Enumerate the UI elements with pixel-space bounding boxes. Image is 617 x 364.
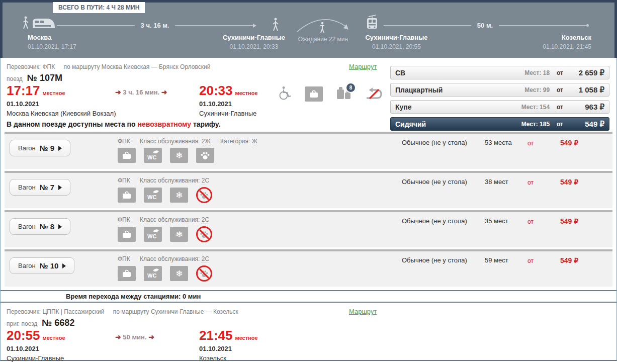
expand-arrow-icon: [58, 146, 62, 151]
wagon-10-icons: WC ❄: [118, 265, 212, 282]
stop-kozelsk: Козельск 01.10.2021, 21:45: [511, 34, 591, 50]
wagon-8-info-line: ФПК Класс обслуживания: 2С: [118, 216, 209, 223]
leg2-end-dot-icon: [586, 24, 589, 27]
wagon-8-button[interactable]: Вагон № 8: [10, 218, 70, 235]
air-conditioning-icon: ❄: [170, 188, 188, 203]
stop-name: Сухиничи-Главные: [358, 34, 435, 41]
wagon-row-9: Вагон № 9 ФПК Класс обслуживания: 2Ж Кат…: [5, 132, 612, 169]
departure-date: 01.10.2021: [7, 100, 116, 108]
svg-text:WC: WC: [147, 233, 156, 239]
wagon-7-icons: WC ❄: [118, 187, 212, 203]
train-number-value: № 107М: [27, 73, 62, 83]
leg1-duration-label: 3 ч. 16 м.: [135, 22, 175, 29]
seat-count: 38 мест: [485, 178, 508, 186]
fare-seats: Мест: 99: [524, 86, 550, 94]
seat-type-label: Обычное (не у стола): [402, 139, 467, 146]
route-summary-header: ВСЕГО В ПУТИ: 4 Ч 28 МИН 3 ч. 16 м. Ожид…: [0, 0, 617, 58]
wc-icon: WC: [144, 188, 162, 203]
wagon-price: 549 ₽: [560, 178, 578, 186]
transfer-time-note: Время перехода между станциями: 0 мин: [1, 290, 616, 303]
wagon-row-7: Вагон № 7 ФПК Класс обслуживания: 2С WC …: [5, 171, 612, 208]
arrival-date: 01.10.2021: [199, 100, 258, 108]
departure-station: Сухиничи-Главные: [7, 354, 65, 362]
svg-text:WC: WC: [147, 154, 156, 160]
wagon-10-button[interactable]: Вагон № 10: [10, 257, 74, 274]
from-label: от: [527, 218, 534, 225]
no-pets-icon: [196, 265, 212, 282]
carrier-name: Перевозчик: ФПК: [7, 63, 55, 70]
stop-sukhinichi-arrival: Сухиничи-Главные 01.10.2021, 20:33: [204, 34, 304, 50]
no-pets-icon: [196, 187, 212, 203]
wagon-8-icons: WC ❄: [118, 226, 212, 242]
train1-route-link[interactable]: Маршрут: [349, 63, 377, 70]
arrival-station: Козельск: [199, 354, 258, 362]
from-label: от: [527, 140, 534, 147]
service-class-term[interactable]: 2Ж: [202, 138, 211, 145]
departure-time: 20:55: [7, 329, 40, 342]
arrival-station: Сухиничи-Главные: [199, 110, 258, 117]
seat-count: 59 мест: [485, 256, 508, 264]
wc-icon: WC: [144, 148, 162, 163]
arrival-time: 21:45: [199, 329, 233, 342]
train2-arrival: 21:45 местное 01.10.2021 Козельск: [199, 329, 258, 362]
pets-allowed-icon: [196, 148, 214, 163]
air-conditioning-icon: ❄: [170, 227, 188, 242]
seat-type-label: Обычное (не у стола): [402, 217, 467, 225]
air-conditioning-icon: ❄: [170, 148, 188, 163]
arrival-tz: местное: [235, 335, 258, 341]
stop-datetime: 01.10.2021, 20:55: [358, 43, 435, 50]
svg-text:WC: WC: [147, 272, 156, 279]
carrier-route: по маршруту Сухиничи-Главные — Козельск: [113, 308, 238, 315]
leg2-duration-label: 50 м.: [471, 22, 499, 29]
fare-seats: Мест: 18: [524, 69, 550, 76]
fare-price: 2 659 ₽: [569, 68, 604, 77]
luggage-count-badge: 8: [345, 82, 356, 93]
non-refundable-icon: [365, 87, 383, 101]
wagon-price: 549 ₽: [560, 139, 578, 147]
fare-from-label: от: [557, 121, 563, 128]
waiting-person-icon: [319, 22, 325, 36]
train1-amenities: 8: [279, 86, 383, 102]
wagon-price: 549 ₽: [560, 217, 578, 225]
fare-from-label: от: [557, 69, 563, 76]
stop-moscow: Москва 01.10.2021, 17:17: [28, 34, 76, 50]
fare-row-kupe[interactable]: Купе Мест: 154 от 963 ₽: [390, 100, 609, 114]
train2-departure: 20:55 местное 01.10.2021 Сухиничи-Главны…: [7, 329, 65, 362]
seat-type-label: Обычное (не у стола): [402, 178, 467, 186]
carrier-name: Перевозчик: ЦППК | Пассажирский: [7, 308, 104, 315]
stop-sukhinichi-departure: Сухиничи-Главные 01.10.2021, 20:55: [358, 34, 435, 50]
stop-name: Сухиничи-Главные: [204, 34, 304, 41]
stop-name: Москва: [28, 34, 76, 41]
service-class-term[interactable]: 2С: [202, 177, 209, 185]
expand-arrow-icon: [58, 185, 62, 190]
wagon-7-info-line: ФПК Класс обслуживания: 2С: [118, 177, 209, 184]
hand-luggage-icon: [118, 227, 136, 242]
departure-tz: местное: [43, 90, 65, 96]
hand-luggage-icon: [118, 188, 136, 203]
wc-icon: WC: [144, 266, 162, 281]
train-label: приг. поезд: [7, 320, 37, 327]
wagon-row-8: Вагон № 8 ФПК Класс обслуживания: 2С WC …: [5, 210, 612, 247]
fare-row-platzkart[interactable]: Плацкартный Мест: 99 от 1 058 ₽: [390, 83, 609, 97]
carrier-route: по маршруту Москва Киевская — Брянск Орл…: [63, 63, 210, 70]
train1-departure: 17:17 местное 01.10.2021 Москва Киевская…: [7, 84, 116, 117]
train2-route-link[interactable]: Маршрут: [349, 308, 377, 315]
wagon-10-info-line: ФПК Класс обслуживания: 2С: [118, 255, 209, 262]
fare-row-sv[interactable]: СВ Мест: 18 от 2 659 ₽: [390, 66, 609, 79]
category-term[interactable]: Ж: [252, 138, 257, 145]
wagon-7-button[interactable]: Вагон № 7: [10, 179, 70, 196]
expand-arrow-icon: [62, 263, 66, 268]
train-label: поезд: [7, 75, 23, 82]
service-class-term[interactable]: 2С: [202, 255, 209, 263]
stop-datetime: 01.10.2021, 17:17: [28, 43, 76, 50]
departure-station: Москва Киевская (Киевский Вокзал): [7, 110, 116, 117]
hand-luggage-icon: [305, 86, 323, 102]
fare-row-sitting-selected[interactable]: Сидячий Мест: 185 от 549 ₽: [390, 117, 609, 131]
wagon-9-button[interactable]: Вагон № 9: [10, 140, 70, 156]
fare-price: 549 ₽: [569, 120, 604, 129]
service-class-term[interactable]: 2С: [202, 216, 209, 224]
hand-luggage-icon: [118, 148, 136, 163]
trip-content: Перевозчик: ФПК по маршруту Москва Киевс…: [0, 58, 617, 361]
arrival-tz: местное: [235, 90, 258, 96]
expand-arrow-icon: [58, 224, 62, 229]
